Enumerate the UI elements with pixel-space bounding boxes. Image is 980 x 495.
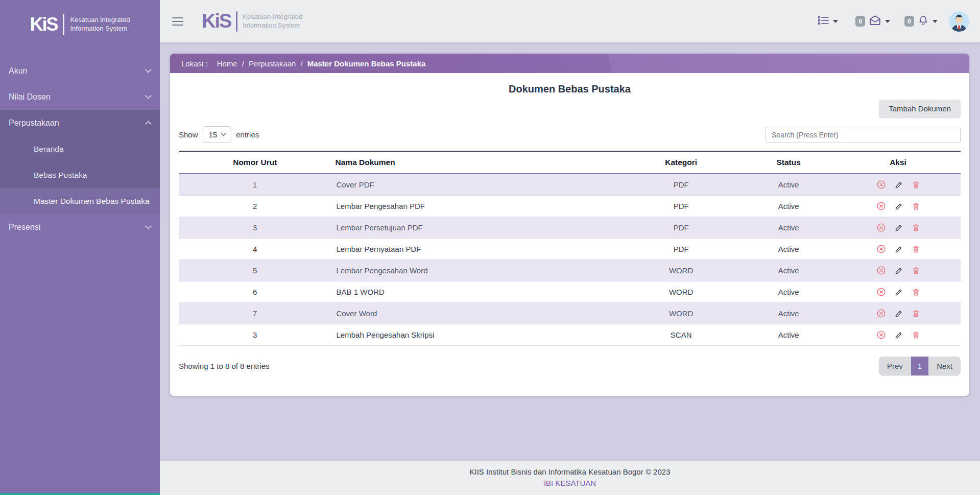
header-logo[interactable]: KiS Kesatuan Integrated Information Syst… [202,10,302,32]
edit-icon[interactable] [894,309,903,318]
sidebar-item-master-dokumen-bebas-pustaka[interactable]: Master Dokumen Bebas Pustaka [0,188,160,214]
delete-icon[interactable] [912,288,920,296]
table-row: 4 Lembar Pernyataan PDF PDF Active [179,239,961,260]
sidebar-item-akun[interactable]: Akun [0,58,160,84]
column-header-aksi[interactable]: Aksi [835,151,961,174]
page-size-select[interactable]: 15 [203,126,232,143]
notifications-menu[interactable]: 0 [904,15,938,28]
cell-kategori: WORD [620,303,742,324]
top-header: KiS Kesatuan Integrated Information Syst… [160,0,980,42]
hamburger-menu-icon[interactable] [172,15,183,28]
page-footer: KIIS Institut Bisnis dan Informatika Kes… [160,461,980,495]
footer-institution-link[interactable]: IBI KESATUAN [544,479,596,487]
caret-down-icon [885,20,890,23]
sidebar-item-bebas-pustaka[interactable]: Bebas Pustaka [0,162,160,188]
documents-table: Nomor Urut Nama Dokumen Kategori Status … [179,151,961,346]
cell-aksi [835,281,961,303]
footer-copyright: KIIS Institut Bisnis dan Informatika Kes… [160,467,980,476]
brand-name: Kesatuan Integrated Information System [70,16,130,33]
delete-icon[interactable] [912,223,920,232]
user-avatar[interactable] [949,11,969,32]
cell-kategori: PDF [620,217,742,239]
chevron-up-icon [145,121,152,127]
breadcrumb-current: Master Dokumen Bebas Pustaka [307,59,426,68]
table-row: 6 BAB 1 WORD WORD Active [179,281,961,303]
pagination-page-1-button[interactable]: 1 [911,357,928,375]
breadcrumb-perpustakaan-link[interactable]: Perpustakaan [249,59,296,68]
cell-status: Active [742,174,835,196]
edit-icon[interactable] [894,288,903,297]
mail-count-badge: 0 [855,16,865,27]
cell-nama-dokumen: BAB 1 WORD [331,281,620,303]
sidebar-logo: KiS Kesatuan Integrated Information Syst… [0,0,160,49]
sidebar-item-beranda[interactable]: Beranda [0,136,160,162]
edit-icon[interactable] [894,202,903,211]
sidebar-group-perpustakaan: Perpustakaan Beranda Bebas Pustaka Maste… [0,110,160,214]
cell-nama-dokumen: Lembar Persetujuan PDF [331,217,620,239]
task-list-menu[interactable] [817,15,838,28]
cell-status: Active [742,196,835,217]
table-row: 3 Lembah Pengesahan Skripsi SCAN Active [179,324,961,346]
delete-icon[interactable] [912,309,920,318]
sidebar-accent-strip [0,493,160,495]
cell-aksi [835,174,961,196]
table-row: 3 Lembar Persetujuan PDF PDF Active [179,217,961,239]
edit-icon[interactable] [894,180,903,190]
table-row: 7 Cover Word WORD Active [179,303,961,324]
chevron-down-icon [145,92,152,99]
cell-status: Active [742,260,835,281]
delete-icon[interactable] [912,245,920,253]
delete-icon[interactable] [912,180,920,189]
cell-kategori: WORD [620,281,742,303]
cell-status: Active [742,303,835,324]
pagination: Prev 1 Next [879,357,961,375]
cell-nomor-urut: 5 [179,260,331,281]
edit-icon[interactable] [894,223,903,232]
delete-icon[interactable] [912,266,920,275]
edit-icon[interactable] [894,245,903,254]
cell-aksi [835,217,961,239]
cell-status: Active [742,324,835,346]
deactivate-icon[interactable] [876,330,886,340]
breadcrumb-prefix: Lokasi : [181,59,208,68]
cell-aksi [835,239,961,260]
column-header-status[interactable]: Status [742,151,835,174]
cell-nomor-urut: 4 [179,239,331,260]
messages-menu[interactable]: 0 [855,14,890,28]
sidebar-item-perpustakaan[interactable]: Perpustakaan [0,110,160,136]
column-header-kategori[interactable]: Kategori [620,151,742,174]
delete-icon[interactable] [912,202,920,210]
logo-divider [236,11,237,32]
cell-nama-dokumen: Cover PDF [331,174,620,196]
pagination-prev-button[interactable]: Prev [879,357,911,375]
sidebar: KiS Kesatuan Integrated Information Syst… [0,0,160,495]
deactivate-icon[interactable] [876,287,886,297]
cell-nomor-urut: 1 [179,174,331,196]
cell-status: Active [742,217,835,239]
deactivate-icon[interactable] [876,180,886,190]
deactivate-icon[interactable] [876,244,886,254]
sidebar-item-presensi[interactable]: Presensi [0,214,160,240]
add-document-button[interactable]: Tambah Dokumen [879,100,961,117]
column-header-nomor-urut[interactable]: Nomor Urut [179,151,331,174]
delete-icon[interactable] [912,331,920,339]
deactivate-icon[interactable] [876,223,886,232]
cell-kategori: PDF [620,174,742,196]
sidebar-item-nilai-dosen[interactable]: Nilai Dosen [0,84,160,110]
page-title: Dokumen Bebas Pustaka [179,73,961,95]
deactivate-icon[interactable] [876,201,886,211]
edit-icon[interactable] [894,266,903,275]
entries-summary: Showing 1 to 8 of 8 entries [179,362,270,370]
search-input[interactable] [766,127,961,143]
breadcrumb-home-link[interactable]: Home [217,59,237,68]
deactivate-icon[interactable] [876,266,886,275]
edit-icon[interactable] [894,331,903,340]
cell-nomor-urut: 6 [179,281,331,303]
cell-status: Active [742,281,835,303]
pagination-next-button[interactable]: Next [928,357,961,375]
cell-kategori: PDF [620,196,742,217]
chevron-down-icon [145,66,152,73]
column-header-nama-dokumen[interactable]: Nama Dokumen [331,151,620,174]
breadcrumb: Lokasi : Home / Perpustakaan / Master Do… [170,54,969,73]
deactivate-icon[interactable] [876,309,886,318]
